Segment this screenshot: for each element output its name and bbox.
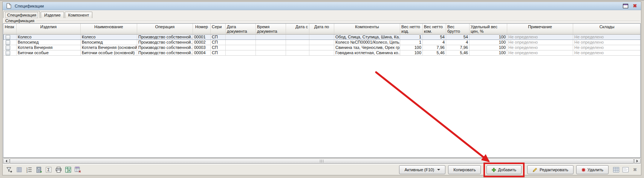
cell: Не определено (573, 45, 641, 50)
cell: Биточки особые (основной) (81, 50, 137, 55)
cell: СП (211, 45, 226, 50)
tab-bar: Спецификация Изделие Компонент (3, 10, 641, 18)
column-header[interactable]: Номер (193, 24, 211, 34)
grid-view-icon[interactable] (612, 166, 620, 173)
cell (286, 50, 309, 55)
tab-specification[interactable]: Спецификация (3, 11, 40, 18)
table-row[interactable]: ВелосипедВелосипедПроизводство собственн… (4, 40, 641, 45)
svg-text:Σ: Σ (47, 167, 50, 172)
bottom-toolbar: 123ΣX Активные (F10)КопироватьДобавитьРе… (3, 164, 641, 175)
column-header[interactable]: Вес нетто ком. (423, 24, 446, 34)
cell: СП (211, 40, 226, 45)
column-header[interactable]: Операция (137, 24, 193, 34)
column-header[interactable]: Изделия (17, 24, 81, 34)
table-row[interactable]: КолесоКолесоПроизводство собственной...0… (4, 34, 641, 40)
column-header[interactable]: Примечание (507, 24, 573, 34)
cell (226, 50, 256, 55)
cell: 00001 (193, 34, 211, 40)
cell: СП (211, 50, 226, 55)
details-view-icon[interactable] (622, 166, 629, 173)
tab-product[interactable]: Изделие (41, 12, 64, 18)
table-row[interactable]: Котлета ВечерняяКотлета Вечерняя (основн… (4, 45, 641, 50)
delete-button[interactable]: Удалить (576, 165, 609, 174)
row-checkbox[interactable] (6, 51, 10, 55)
column-header[interactable]: Удельный вес цен, % (470, 24, 507, 34)
column-header[interactable]: Дата документа (226, 24, 256, 34)
table-row[interactable]: Биточки особыеБиточки особые (основной)П… (4, 50, 641, 55)
tab-label: Спецификация (5, 12, 38, 18)
scroll-right-button[interactable] (634, 158, 641, 164)
cell: Биточки особые (17, 50, 81, 55)
column-header[interactable]: Дата по (309, 24, 334, 34)
toolbar-left-icons: 123ΣX (6, 166, 82, 173)
row-numbering-icon[interactable]: 123 (25, 166, 33, 173)
cell: 4 (446, 40, 470, 45)
document-icon (5, 3, 12, 9)
cell: 4 (423, 40, 446, 45)
cell: Не определено (507, 34, 573, 40)
cell: Не определено (507, 45, 573, 50)
cell (256, 40, 286, 45)
tab-component[interactable]: Компонент (65, 12, 92, 18)
sum-icon[interactable]: Σ (45, 166, 52, 173)
row-checkbox[interactable] (6, 35, 10, 40)
edit-button[interactable]: Редактировать (527, 165, 574, 174)
scroll-left-arrow-icon (4, 160, 7, 163)
plus-icon (492, 168, 496, 172)
tab-label: Изделие (44, 13, 61, 17)
cell: Говядина котлетная, Свинина ко... (334, 50, 400, 55)
column-header[interactable]: Сери (211, 24, 226, 34)
close-icon[interactable]: ✖ (632, 3, 638, 9)
row-checkbox[interactable] (6, 40, 10, 45)
dropdown-arrow-icon (437, 169, 440, 172)
cell (256, 45, 286, 50)
cell: Колесо №СП00001/Колесо, Цепь... (334, 40, 400, 45)
scroll-right-arrow-icon (636, 160, 639, 163)
group-label: Спецификация (5, 18, 34, 23)
add-button[interactable]: Добавить (486, 165, 522, 174)
svg-text:3: 3 (26, 171, 28, 173)
cell: 54 (423, 34, 446, 40)
panel-close-icon[interactable]: ✖ (631, 166, 639, 173)
cell: Не определено (573, 50, 641, 55)
cell: Свинина таз, Чернослив, Орех гр... (334, 45, 400, 50)
copy-button[interactable]: Копировать (448, 165, 481, 174)
cell: Котлета Вечерняя (основной) (81, 45, 137, 50)
scroll-left-button[interactable] (3, 158, 9, 164)
cell: Обод, Спица, Ступица, Шина, Ка... (334, 34, 400, 40)
column-header[interactable]: Компоненты (334, 24, 400, 34)
button-label: Удалить (587, 167, 603, 172)
cell: 1 (400, 34, 423, 40)
columns-icon[interactable] (15, 166, 23, 173)
clear-table-icon[interactable] (74, 166, 82, 173)
cell: 100 (470, 40, 507, 45)
restore-icon[interactable] (622, 3, 629, 9)
column-header[interactable]: Время документа (256, 24, 286, 34)
cell: Колесо (17, 34, 81, 40)
column-header[interactable]: Дата с (286, 24, 309, 34)
print-icon[interactable] (55, 166, 62, 173)
column-header[interactable]: Склады (573, 24, 641, 34)
group-header: Спецификация (3, 18, 641, 23)
button-label: Добавить (498, 167, 516, 172)
cell: Колесо (81, 34, 137, 40)
filter-add-icon[interactable] (6, 166, 13, 173)
pencil-icon (532, 167, 538, 172)
horizontal-scrollbar[interactable] (3, 158, 641, 164)
export-excel-icon[interactable]: X (64, 166, 72, 173)
row-checkbox[interactable] (6, 46, 10, 50)
scrollbar-grip-icon (320, 160, 324, 163)
column-header[interactable]: Неак (4, 24, 17, 34)
column-header[interactable]: Вес брутто (446, 24, 470, 34)
column-header[interactable]: Наименование (81, 24, 137, 34)
active-filter-button[interactable]: Активные (F10) (399, 165, 445, 174)
cell: 54 (446, 34, 470, 40)
column-header[interactable]: Вес нетто изд. (400, 24, 423, 34)
cell (226, 34, 256, 40)
group-divider (37, 21, 640, 21)
scrollbar-thumb[interactable] (10, 158, 634, 164)
cell: 100 (470, 45, 507, 50)
cell (256, 50, 286, 55)
calculator-icon[interactable] (35, 166, 43, 173)
toolbar-right-icons: ✖ (612, 166, 639, 173)
